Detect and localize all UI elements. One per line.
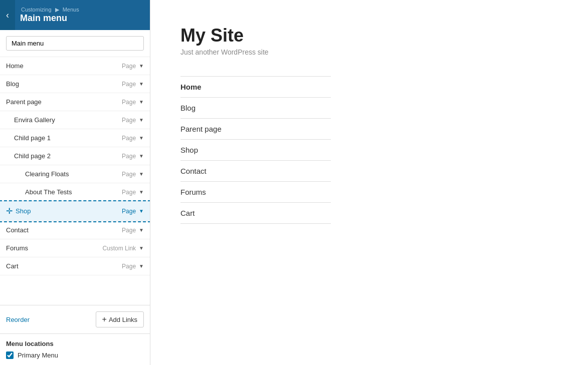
menu-item-about-the-tests-type: Page [122, 189, 136, 196]
search-input[interactable] [6, 36, 144, 51]
menu-item-child-page-2-type: Page [122, 153, 136, 160]
menu-item-child-page-1-label: Child page 1 [14, 134, 51, 142]
menu-item-cart[interactable]: Cart Page ▼ [0, 257, 150, 275]
chevron-down-icon[interactable]: ▼ [139, 171, 144, 177]
breadcrumb-menus: Menus [63, 7, 79, 13]
menu-item-contact-type: Page [122, 227, 136, 234]
nav-item-home[interactable]: Home [180, 77, 331, 98]
menu-item-clearing-floats-label: Clearing Floats [25, 170, 69, 178]
add-links-button[interactable]: + Add Links [96, 311, 144, 327]
menu-item-shop-type: Page [122, 208, 136, 215]
menu-item-cart-type: Page [122, 263, 136, 270]
menu-item-home-label: Home [6, 62, 24, 70]
menu-item-forums-type: Custom Link [102, 245, 136, 252]
breadcrumb-customizing: Customizing [21, 7, 52, 13]
chevron-down-icon[interactable]: ▼ [139, 99, 144, 105]
menu-item-forums[interactable]: Forums Custom Link ▼ [0, 239, 150, 257]
menu-locations: Menu locations Primary Menu [0, 333, 150, 365]
sidebar-header: ‹ Customizing ▶ Menus Main menu [0, 0, 150, 30]
back-button[interactable]: ‹ [0, 0, 15, 30]
chevron-down-icon[interactable]: ▼ [139, 135, 144, 141]
menu-item-envira-gallery-type: Page [122, 117, 136, 124]
add-links-label: Add Links [109, 316, 137, 323]
primary-menu-label: Primary Menu [18, 351, 58, 359]
nav-item-contact[interactable]: Contact [180, 161, 331, 182]
header-title-block: Customizing ▶ Menus Main menu [20, 7, 80, 24]
site-title: My Site [180, 25, 558, 46]
menu-item-blog-label: Blog [6, 80, 19, 88]
menu-item-home-type: Page [122, 63, 136, 70]
menu-item-shop-label: Shop [16, 207, 31, 215]
menu-items-list: Home Page ▼ Blog Page ▼ Parent page Page… [0, 57, 150, 305]
chevron-down-icon[interactable]: ▼ [139, 208, 144, 214]
chevron-down-icon[interactable]: ▼ [139, 153, 144, 159]
chevron-down-icon[interactable]: ▼ [139, 81, 144, 87]
location-item-primary-menu: Primary Menu [6, 351, 144, 359]
menu-locations-title: Menu locations [6, 340, 144, 347]
site-tagline: Just another WordPress site [180, 48, 558, 56]
nav-item-parent-page[interactable]: Parent page [180, 119, 331, 140]
chevron-down-icon[interactable]: ▼ [139, 227, 144, 233]
menu-item-child-page-2[interactable]: Child page 2 Page ▼ [0, 147, 150, 165]
chevron-down-icon[interactable]: ▼ [139, 245, 144, 251]
nav-item-shop[interactable]: Shop [180, 140, 331, 161]
chevron-down-icon[interactable]: ▼ [139, 117, 144, 123]
chevron-down-icon[interactable]: ▼ [139, 263, 144, 269]
menu-item-parent-page-label: Parent page [6, 98, 42, 106]
menu-item-contact[interactable]: Contact Page ▼ [0, 221, 150, 239]
page-title: Main menu [20, 13, 80, 24]
primary-menu-checkbox[interactable] [6, 351, 14, 359]
menu-item-child-page-2-label: Child page 2 [14, 152, 51, 160]
menu-item-forums-label: Forums [6, 244, 28, 252]
preview-area: My Site Just another WordPress site Home… [150, 0, 588, 365]
menu-item-about-the-tests[interactable]: About The Tests Page ▼ [0, 183, 150, 201]
menu-item-home[interactable]: Home Page ▼ [0, 57, 150, 75]
menu-item-clearing-floats-type: Page [122, 171, 136, 178]
menu-item-about-the-tests-label: About The Tests [25, 188, 72, 196]
nav-item-blog[interactable]: Blog [180, 98, 331, 119]
reorder-button[interactable]: Reorder [6, 316, 30, 323]
nav-item-cart[interactable]: Cart [180, 203, 331, 224]
breadcrumb-arrow: ▶ [55, 7, 59, 13]
menu-item-parent-page-type: Page [122, 99, 136, 106]
menu-item-child-page-1-type: Page [122, 135, 136, 142]
menu-item-envira-gallery-label: Envira Gallery [14, 116, 55, 124]
sidebar-footer: Reorder + Add Links [0, 305, 150, 333]
menu-item-blog[interactable]: Blog Page ▼ [0, 75, 150, 93]
menu-item-shop[interactable]: ✛ Shop Page ▼ [0, 201, 150, 221]
nav-item-forums[interactable]: Forums [180, 182, 331, 203]
menu-item-contact-label: Contact [6, 226, 29, 234]
chevron-down-icon[interactable]: ▼ [139, 189, 144, 195]
menu-item-envira-gallery[interactable]: Envira Gallery Page ▼ [0, 111, 150, 129]
menu-item-parent-page[interactable]: Parent page Page ▼ [0, 93, 150, 111]
plus-icon: + [102, 315, 107, 324]
chevron-down-icon[interactable]: ▼ [139, 63, 144, 69]
menu-item-clearing-floats[interactable]: Clearing Floats Page ▼ [0, 165, 150, 183]
drag-handle-icon[interactable]: ✛ [6, 206, 13, 216]
nav-menu: Home Blog Parent page Shop Contact Forum… [180, 76, 331, 224]
menu-item-blog-type: Page [122, 81, 136, 88]
menu-item-cart-label: Cart [6, 262, 19, 270]
sidebar: ‹ Customizing ▶ Menus Main menu Home Pag… [0, 0, 150, 365]
breadcrumb: Customizing ▶ Menus [20, 7, 80, 13]
search-box [0, 30, 150, 57]
menu-item-child-page-1[interactable]: Child page 1 Page ▼ [0, 129, 150, 147]
